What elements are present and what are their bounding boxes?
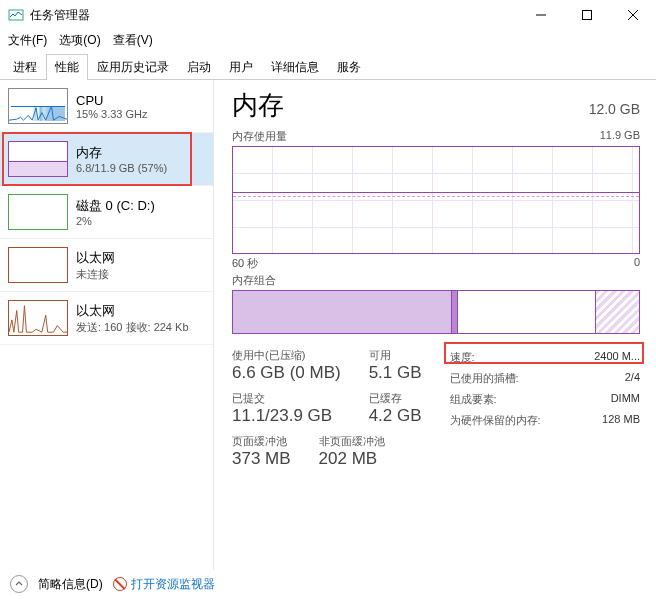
sidebar-item-label: 以太网 <box>76 249 115 267</box>
tab-app-history[interactable]: 应用历史记录 <box>88 54 178 80</box>
tab-performance[interactable]: 性能 <box>46 54 88 80</box>
menu-file[interactable]: 文件(F) <box>8 32 47 49</box>
kv-form-v: DIMM <box>611 392 640 407</box>
maximize-button[interactable] <box>564 0 610 30</box>
cpu-thumb-icon <box>8 88 68 124</box>
footer: 简略信息(D) 打开资源监视器 <box>10 575 215 593</box>
menu-view[interactable]: 查看(V) <box>113 32 153 49</box>
open-resmon-link[interactable]: 打开资源监视器 <box>113 576 215 593</box>
minimize-button[interactable] <box>518 0 564 30</box>
stat-val-commit: 11.1/23.9 GB <box>232 406 341 426</box>
tab-users[interactable]: 用户 <box>220 54 262 80</box>
stat-val-avail: 5.1 GB <box>369 363 422 383</box>
app-icon <box>8 7 24 23</box>
x-axis-right: 0 <box>634 256 640 271</box>
sidebar-item-ethernet-2[interactable]: 以太网 发送: 160 接收: 224 Kb <box>0 292 213 345</box>
kv-reserved-k: 为硬件保留的内存: <box>450 413 541 428</box>
sidebar-item-ethernet-1[interactable]: 以太网 未连接 <box>0 239 213 292</box>
stat-val-paged: 373 MB <box>232 449 291 469</box>
stat-val-cached: 4.2 GB <box>369 406 422 426</box>
menu-options[interactable]: 选项(O) <box>59 32 100 49</box>
collapse-icon[interactable] <box>10 575 28 593</box>
sidebar-item-cpu[interactable]: CPU 15% 3.33 GHz <box>0 80 213 133</box>
sidebar: CPU 15% 3.33 GHz 内存 6.8/11.9 GB (57%) 磁盘… <box>0 80 214 570</box>
sidebar-item-sub: 6.8/11.9 GB (57%) <box>76 162 167 174</box>
window-title: 任务管理器 <box>30 7 518 24</box>
kv-speed-k: 速度: <box>450 350 475 365</box>
tab-processes[interactable]: 进程 <box>4 54 46 80</box>
sidebar-item-disk[interactable]: 磁盘 0 (C: D:) 2% <box>0 186 213 239</box>
ethernet-thumb-icon <box>8 247 68 283</box>
memory-thumb-icon <box>8 141 68 177</box>
memory-composition-chart[interactable] <box>232 290 640 334</box>
kv-reserved-v: 128 MB <box>602 413 640 428</box>
sidebar-item-label: CPU <box>76 93 148 108</box>
x-axis-left: 60 秒 <box>232 256 258 271</box>
kv-speed-v: 2400 M... <box>594 350 640 365</box>
main-panel: 内存 12.0 GB 内存使用量 11.9 GB 60 秒 0 内存组合 <box>214 80 656 570</box>
stat-label-inuse: 使用中(已压缩) <box>232 348 341 363</box>
total-memory: 12.0 GB <box>589 101 640 117</box>
title-bar: 任务管理器 <box>0 0 656 30</box>
stat-label-avail: 可用 <box>369 348 422 363</box>
sidebar-item-sub: 2% <box>76 215 155 227</box>
tab-bar: 进程 性能 应用历史记录 启动 用户 详细信息 服务 <box>0 53 656 80</box>
sidebar-item-sub: 15% 3.33 GHz <box>76 108 148 120</box>
less-details-link[interactable]: 简略信息(D) <box>38 576 103 593</box>
sidebar-item-memory[interactable]: 内存 6.8/11.9 GB (57%) <box>0 133 213 186</box>
kv-form-k: 组成要素: <box>450 392 497 407</box>
menu-bar: 文件(F) 选项(O) 查看(V) <box>0 30 656 53</box>
usage-chart-max: 11.9 GB <box>600 129 640 144</box>
tab-details[interactable]: 详细信息 <box>262 54 328 80</box>
sidebar-item-label: 内存 <box>76 144 167 162</box>
sidebar-item-sub: 未连接 <box>76 267 115 282</box>
tab-startup[interactable]: 启动 <box>178 54 220 80</box>
stat-label-paged: 页面缓冲池 <box>232 434 291 449</box>
resmon-icon <box>113 577 127 591</box>
sidebar-item-label: 磁盘 0 (C: D:) <box>76 197 155 215</box>
stat-label-cached: 已缓存 <box>369 391 422 406</box>
resmon-label: 打开资源监视器 <box>131 576 215 593</box>
disk-thumb-icon <box>8 194 68 230</box>
close-button[interactable] <box>610 0 656 30</box>
stat-label-nonpaged: 非页面缓冲池 <box>319 434 385 449</box>
sidebar-item-sub: 发送: 160 接收: 224 Kb <box>76 320 189 335</box>
memory-usage-chart[interactable] <box>232 146 640 254</box>
stat-val-nonpaged: 202 MB <box>319 449 385 469</box>
sidebar-item-label: 以太网 <box>76 302 189 320</box>
stat-val-inuse: 6.6 GB (0 MB) <box>232 363 341 383</box>
page-title: 内存 <box>232 88 284 123</box>
kv-slots-k: 已使用的插槽: <box>450 371 519 386</box>
stat-label-commit: 已提交 <box>232 391 341 406</box>
tab-services[interactable]: 服务 <box>328 54 370 80</box>
usage-chart-label: 内存使用量 <box>232 129 287 144</box>
svg-rect-2 <box>583 11 592 20</box>
kv-slots-v: 2/4 <box>625 371 640 386</box>
ethernet-thumb-icon <box>8 300 68 336</box>
composition-chart-label: 内存组合 <box>232 273 276 288</box>
